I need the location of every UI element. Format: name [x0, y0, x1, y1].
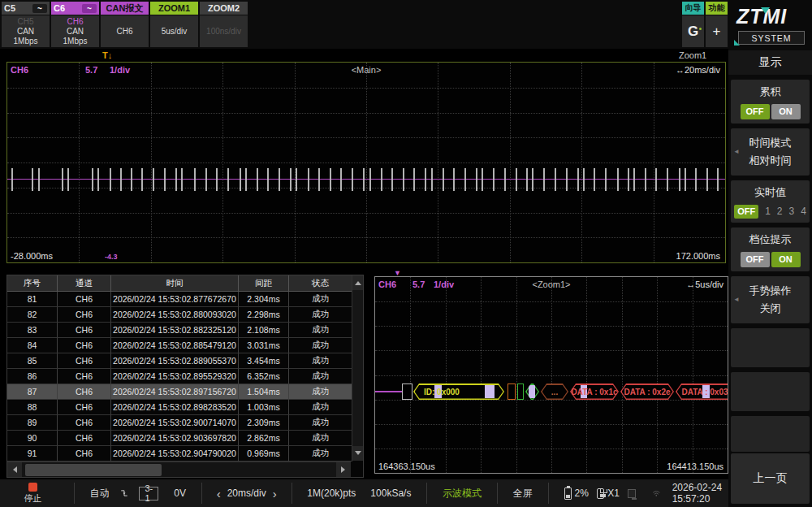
- wifi-icon[interactable]: [652, 488, 661, 499]
- horizontal-scrollbar[interactable]: [7, 462, 351, 477]
- table-row[interactable]: 86CH62026/02/24 15:53:02.8955293206.352m…: [7, 369, 352, 384]
- scroll-left-button[interactable]: [7, 462, 22, 477]
- record-length[interactable]: 1M(20k)pts: [307, 488, 356, 499]
- can-frame-burst: [141, 168, 143, 191]
- col-status[interactable]: 状态: [289, 275, 352, 292]
- realtime-3[interactable]: 3: [789, 206, 795, 217]
- toggle-off[interactable]: OFF: [741, 252, 770, 267]
- gear-hint-toggle[interactable]: OFF ON: [741, 252, 801, 267]
- tab-zoom1[interactable]: ZOOM1 5us/div: [150, 2, 198, 49]
- table-row[interactable]: 91CH62026/02/24 15:53:02.9047900200.969m…: [7, 446, 352, 462]
- can-data1-field[interactable]: DATA : 0x1c: [570, 384, 619, 400]
- trigger-position-marker[interactable]: T↓: [102, 50, 112, 60]
- trigger-mode[interactable]: 自动: [90, 487, 110, 500]
- table-cell: 2026/02/24 15:53:02.900714070: [111, 415, 239, 431]
- realtime-value-button[interactable]: 实时值 OFF 1 2 3 4: [731, 180, 810, 223]
- timebase-increase-button[interactable]: ›: [266, 487, 283, 500]
- timebase-value[interactable]: 20ms/div: [227, 488, 266, 499]
- sidebar-empty-button[interactable]: [731, 328, 810, 367]
- can-frame-burst: [32, 168, 33, 191]
- tab-zoom2[interactable]: ZOOM2 100ns/div: [200, 2, 248, 49]
- run-stop-button[interactable]: 停止: [0, 483, 66, 505]
- divider: [74, 483, 75, 504]
- can-frame-burst: [645, 168, 646, 191]
- gesture-value: 关闭: [760, 301, 781, 316]
- table-row[interactable]: 84CH62026/02/24 15:53:02.8854791203.031m…: [7, 338, 352, 353]
- tab-c5-label: C5: [4, 3, 15, 13]
- table-row[interactable]: 90CH62026/02/24 15:53:02.9036978202.862m…: [7, 431, 352, 446]
- table-cell: 2026/02/24 15:53:02.885479120: [111, 338, 239, 353]
- table-row[interactable]: 85CH62026/02/24 15:53:02.8890553703.454m…: [7, 353, 352, 369]
- table-cell: 2026/02/24 15:53:02.877672670: [111, 292, 239, 307]
- sample-rate[interactable]: 100kSa/s: [370, 488, 411, 499]
- toggle-on[interactable]: ON: [771, 104, 801, 119]
- table-cell: 83: [7, 323, 58, 338]
- tab-c6[interactable]: C6 ~ CH6 CAN 1Mbps: [51, 2, 99, 49]
- tab-can-message[interactable]: CAN报文 CH6: [101, 2, 149, 49]
- table-row[interactable]: 88CH62026/02/24 15:53:02.8982835201.003m…: [7, 400, 352, 415]
- main-waveform-plot[interactable]: CH6 5.7 1/div <Main> ↔20ms/div -28.000ms…: [6, 62, 726, 263]
- gesture-button[interactable]: ◄ 手势操作 关闭: [731, 276, 810, 323]
- can-frame-burst: [464, 168, 466, 191]
- toggle-on[interactable]: ON: [771, 252, 801, 267]
- time-mode-button[interactable]: ◄ 时间模式 相对时间: [731, 128, 810, 176]
- previous-page-button[interactable]: 上一页: [731, 453, 810, 504]
- can-frame-burst: [543, 168, 545, 191]
- table-cell: 成功: [289, 400, 352, 415]
- scroll-up-button[interactable]: [352, 275, 363, 290]
- can-frame-burst: [685, 168, 686, 191]
- can-frame-burst: [318, 168, 320, 191]
- tab-c5-bitrate: 1Mbps: [13, 37, 37, 46]
- gear-hint-button[interactable]: 档位提示 OFF ON: [731, 228, 810, 271]
- hscroll-thumb[interactable]: [25, 464, 162, 476]
- table-row[interactable]: 83CH62026/02/24 15:53:02.8823251202.108m…: [7, 323, 352, 338]
- col-interval[interactable]: 间距: [239, 275, 289, 292]
- display-icon[interactable]: [628, 489, 636, 498]
- table-cell: 成功: [289, 338, 352, 353]
- timebase-decrease-button[interactable]: ‹: [210, 487, 227, 500]
- accumulate-toggle[interactable]: OFF ON: [741, 104, 801, 119]
- trigger-level[interactable]: 0V: [174, 488, 186, 499]
- realtime-off[interactable]: OFF: [734, 205, 758, 219]
- can-frame-burst: [92, 168, 93, 191]
- scroll-down-button[interactable]: [352, 446, 363, 461]
- wizard-button[interactable]: 向导 G: [682, 2, 704, 47]
- table-cell: CH6: [58, 292, 111, 307]
- table-row[interactable]: 81CH62026/02/24 15:53:02.8776726702.304m…: [7, 292, 352, 307]
- realtime-2[interactable]: 2: [777, 206, 783, 217]
- sidebar-empty-button[interactable]: [731, 372, 810, 411]
- can-data3-field[interactable]: DATA : 0x03: [676, 384, 728, 400]
- accumulate-button[interactable]: 累积 OFF ON: [731, 80, 810, 124]
- toggle-off[interactable]: OFF: [741, 104, 770, 119]
- tab-c5[interactable]: C5 ~ CH5 CAN 1Mbps: [2, 2, 50, 49]
- function-button[interactable]: 功能 +: [706, 2, 728, 47]
- trigger-source[interactable]: 3-1: [139, 487, 158, 500]
- col-channel[interactable]: 通道: [58, 275, 111, 292]
- table-cell: 2026/02/24 15:53:02.895529320: [111, 369, 239, 384]
- can-frame-burst: [38, 168, 40, 191]
- battery-percent: 2%: [575, 488, 589, 499]
- table-row[interactable]: 82CH62026/02/24 15:53:02.8800930202.298m…: [7, 307, 352, 323]
- system-button[interactable]: SYSTEM: [738, 31, 805, 45]
- accumulate-label: 累积: [760, 84, 781, 99]
- table-row[interactable]: 89CH62026/02/24 15:53:02.9007140702.309m…: [7, 415, 352, 431]
- col-time[interactable]: 时间: [111, 275, 239, 292]
- scope-mode[interactable]: 示波模式: [443, 487, 482, 500]
- table-cell: 2026/02/24 15:53:02.897156720: [111, 384, 239, 400]
- storage-label: X1: [607, 488, 620, 499]
- table-row[interactable]: 87CH62026/02/24 15:53:02.8971567201.504m…: [7, 384, 352, 400]
- realtime-1[interactable]: 1: [765, 206, 771, 217]
- realtime-4[interactable]: 4: [801, 206, 806, 217]
- main-time-left: -28.000ms: [11, 251, 53, 261]
- sidebar-empty-button[interactable]: [731, 416, 810, 452]
- vertical-scrollbar[interactable]: [352, 275, 363, 461]
- fullscreen-button[interactable]: 全屏: [513, 487, 533, 500]
- can-id-field[interactable]: ID: 0x000: [413, 384, 504, 400]
- zoom1-waveform-plot[interactable]: CH6 5.7 1/div <Zoom1> ↔5us/div ID: 0x000…: [374, 276, 728, 474]
- can-data2-field[interactable]: DATA : 0x2e: [620, 384, 674, 400]
- can-frame-burst: [594, 168, 595, 191]
- scroll-right-button[interactable]: [336, 462, 351, 477]
- col-serial[interactable]: 序号: [7, 275, 58, 292]
- storage-icon[interactable]: [597, 488, 604, 499]
- wizard-icon: G: [688, 27, 698, 37]
